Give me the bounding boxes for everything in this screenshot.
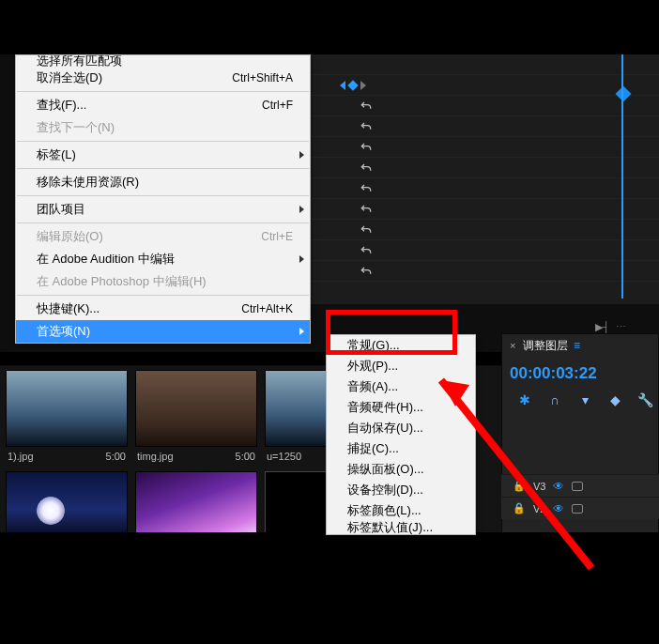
menu-item-labels[interactable]: 标签(L) xyxy=(16,144,310,166)
undo-icon[interactable] xyxy=(359,140,374,155)
submenu-item-appearance[interactable]: 外观(P)... xyxy=(327,356,475,376)
undo-icon[interactable] xyxy=(359,243,374,258)
eye-icon[interactable]: 👁 xyxy=(553,502,564,515)
keyframe-marker-icon[interactable] xyxy=(347,80,358,90)
submenu-item-audio[interactable]: 音频(A)... xyxy=(327,376,475,397)
submenu-item-audio-hardware[interactable]: 音频硬件(H)... xyxy=(327,397,475,418)
track-header-v2[interactable]: 🔒 V2 👁 xyxy=(501,497,659,519)
play-icon[interactable]: ▶┤ xyxy=(595,321,610,333)
media-name: 1).jpg xyxy=(8,451,34,462)
marker-icon[interactable]: ◆ xyxy=(607,392,622,407)
undo-icon[interactable] xyxy=(359,264,374,279)
submenu-item-capture[interactable]: 捕捉(C)... xyxy=(327,438,475,459)
close-icon[interactable]: × xyxy=(510,340,519,351)
menu-item-deselect-all[interactable]: 取消全选(D)Ctrl+Shift+A xyxy=(16,67,310,89)
video-track-headers: 🔒 V3 👁 🔒 V2 👁 xyxy=(501,474,659,519)
eye-icon[interactable]: 👁 xyxy=(553,480,564,493)
play-controls: ▶┤ ⋯ xyxy=(595,320,651,333)
media-duration: 5:00 xyxy=(236,451,255,462)
submenu-item-device-control[interactable]: 设备控制(D)... xyxy=(327,480,475,500)
media-thumbnail[interactable] xyxy=(135,370,257,447)
chevron-right-icon xyxy=(299,206,304,213)
snap-icon[interactable]: ✱ xyxy=(517,392,532,407)
track-label: V2 xyxy=(533,503,545,514)
chevron-right-icon xyxy=(299,151,304,159)
menu-item-edit-original: 编辑原始(O)Ctrl+E xyxy=(16,225,310,248)
menu-item-find[interactable]: 查找(F)...Ctrl+F xyxy=(16,94,310,116)
lock-icon[interactable]: 🔒 xyxy=(513,480,526,492)
target-icon[interactable] xyxy=(572,482,583,491)
undo-icon[interactable] xyxy=(359,222,374,238)
submenu-item-control-surface[interactable]: 操纵面板(O)... xyxy=(327,459,475,480)
edit-context-menu: 选择所有匹配项 取消全选(D)Ctrl+Shift+A 查找(F)...Ctrl… xyxy=(15,54,311,344)
media-name: timg.jpg xyxy=(137,451,174,462)
track-label: V3 xyxy=(533,481,545,492)
playhead-line xyxy=(621,54,623,299)
menu-item-team-project[interactable]: 团队项目 xyxy=(16,198,310,221)
media-name: u=1250 xyxy=(267,451,301,462)
menu-item-edit-in-audition[interactable]: 在 Adobe Audition 中编辑 xyxy=(16,248,310,270)
lock-icon[interactable]: 🔒 xyxy=(513,502,526,514)
menu-item-keyboard-shortcuts[interactable]: 快捷键(K)...Ctrl+Alt+K xyxy=(16,298,310,320)
timecode-display[interactable]: 00:00:03:22 xyxy=(502,357,658,389)
media-duration: 5:00 xyxy=(106,451,126,462)
linked-selection-icon[interactable]: ▾ xyxy=(577,392,592,407)
keyframe-prev-icon[interactable] xyxy=(340,81,345,90)
keyframe-next-icon[interactable] xyxy=(360,81,366,90)
timeline-panel xyxy=(310,54,659,304)
track-header-v3[interactable]: 🔒 V3 👁 xyxy=(501,474,659,497)
preferences-submenu: 常规(G)... 外观(P)... 音频(A)... 音频硬件(H)... 自动… xyxy=(326,334,476,535)
menu-item-edit-in-photoshop: 在 Adobe Photoshop 中编辑(H) xyxy=(16,270,310,293)
chevron-right-icon xyxy=(299,328,304,335)
undo-icon[interactable] xyxy=(359,99,374,114)
more-icon[interactable]: ⋯ xyxy=(616,321,626,333)
media-thumbnail[interactable] xyxy=(6,370,128,447)
undo-icon[interactable] xyxy=(359,161,374,176)
wrench-icon[interactable]: 🔧 xyxy=(637,392,652,407)
submenu-item-label-defaults[interactable]: 标签默认值(J)... xyxy=(327,521,475,534)
timeline-tools: ✱ ∩ ▾ ◆ 🔧 xyxy=(502,389,658,411)
chevron-right-icon xyxy=(299,255,304,263)
menu-item-find-next: 查找下一个(N) xyxy=(16,116,310,139)
timeline-header-row xyxy=(310,75,659,96)
submenu-item-label-colors[interactable]: 标签颜色(L)... xyxy=(327,500,475,521)
undo-icon[interactable] xyxy=(359,202,374,217)
submenu-item-general[interactable]: 常规(G)... xyxy=(327,335,475,356)
menu-item-remove-unused[interactable]: 移除未使用资源(R) xyxy=(16,171,310,193)
magnet-icon[interactable]: ∩ xyxy=(547,392,562,407)
undo-icon[interactable] xyxy=(359,181,374,196)
menu-item-select-all-match[interactable]: 选择所有匹配项 xyxy=(16,55,310,67)
submenu-item-autosave[interactable]: 自动保存(U)... xyxy=(327,418,475,438)
menu-item-preferences[interactable]: 首选项(N) xyxy=(16,320,310,343)
undo-icon[interactable] xyxy=(359,119,374,134)
panel-tab-title[interactable]: 调整图层 xyxy=(523,338,568,354)
target-icon[interactable] xyxy=(572,504,583,514)
panel-menu-icon[interactable]: ≡ xyxy=(574,339,580,352)
